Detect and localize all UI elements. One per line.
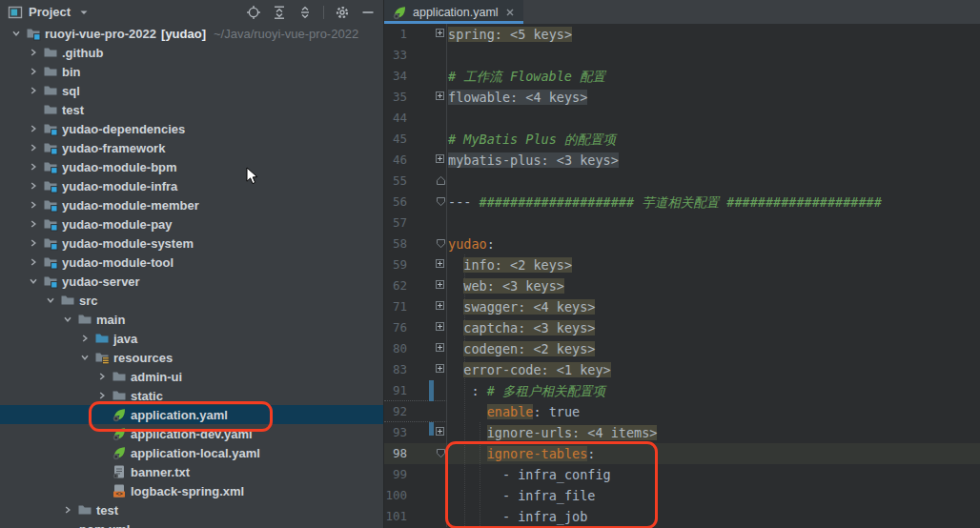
tree-item-yudao-server[interactable]: yudao-server bbox=[0, 272, 383, 291]
code-line-83[interactable]: 83 error-code: <1 key> bbox=[384, 359, 980, 380]
fold-marker-plus[interactable] bbox=[436, 364, 444, 373]
code-line-100[interactable]: 100 - infra_file bbox=[384, 485, 980, 506]
code-line-1[interactable]: 1spring: <5 keys> bbox=[384, 24, 980, 45]
code-line-56[interactable]: 56--- #################### 芋道相关配置 ######… bbox=[384, 192, 980, 213]
fold-marker-plus[interactable] bbox=[436, 301, 444, 310]
tree-item-yudao-module-infra[interactable]: yudao-module-infra bbox=[0, 176, 383, 195]
fold-marker-plus[interactable] bbox=[436, 259, 444, 268]
chevron-right-icon[interactable] bbox=[25, 159, 42, 174]
chevron-right-icon[interactable] bbox=[25, 254, 42, 270]
code-line-57[interactable]: 57 bbox=[384, 213, 980, 234]
tree-item-main[interactable]: main bbox=[0, 310, 383, 329]
tree-item-yudao-module-bpm[interactable]: yudao-module-bpm bbox=[0, 157, 383, 176]
code-line-92[interactable]: 92 enable: true bbox=[384, 401, 980, 422]
chevron-right-icon[interactable] bbox=[25, 235, 42, 251]
tree-item-bin[interactable]: bin bbox=[0, 62, 383, 81]
tree-item-sql[interactable]: sql bbox=[0, 81, 383, 100]
chevron-right-icon[interactable] bbox=[25, 121, 42, 136]
fold-marker-plus[interactable] bbox=[436, 154, 444, 163]
code-line-44[interactable]: 44 bbox=[384, 108, 980, 129]
tree-item-yudao-module-tool[interactable]: yudao-module-tool bbox=[0, 253, 383, 272]
fold-marker-plus[interactable] bbox=[436, 280, 444, 289]
fold-marker-plus[interactable] bbox=[436, 91, 444, 100]
chevron-down-icon[interactable] bbox=[8, 26, 25, 41]
tree-item-yudao-module-pay[interactable]: yudao-module-pay bbox=[0, 214, 383, 234]
module-folder-icon bbox=[42, 121, 58, 136]
tree-item-yudao-dependencies[interactable]: yudao-dependencies bbox=[0, 119, 383, 138]
chevron-right-icon[interactable] bbox=[93, 388, 111, 403]
tree-item-ruoyi-vue-pro-2022[interactable]: ruoyi-vue-pro-2022[yudao]~/Java/ruoyi-vu… bbox=[0, 24, 383, 43]
fold-marker-plus[interactable] bbox=[436, 29, 444, 37]
code-line-59[interactable]: 59 info: <2 keys> bbox=[384, 254, 980, 275]
collapse-all-icon[interactable] bbox=[272, 5, 287, 20]
chevron-right-icon[interactable] bbox=[25, 178, 42, 193]
tree-item-yudao-framework[interactable]: yudao-framework bbox=[0, 138, 383, 157]
fold-marker-start[interactable] bbox=[436, 238, 446, 249]
tree-item-src[interactable]: src bbox=[0, 291, 383, 310]
tree-item-yudao-module-system[interactable]: yudao-module-system bbox=[0, 234, 383, 253]
chevron-right-icon[interactable] bbox=[25, 45, 42, 60]
code-line-101[interactable]: 101 - infra_job bbox=[384, 506, 980, 527]
tree-item-banner.txt[interactable]: banner.txt bbox=[0, 462, 383, 481]
chevron-right-icon[interactable] bbox=[25, 64, 42, 79]
tree-item-yudao-module-member[interactable]: yudao-module-member bbox=[0, 195, 383, 214]
tree-item-application-local.yaml[interactable]: application-local.yaml bbox=[0, 443, 383, 462]
tree-item-application-dev.yaml[interactable]: application-dev.yaml bbox=[0, 424, 383, 443]
code-line-45[interactable]: 45# MyBatis Plus 的配置项 bbox=[384, 129, 980, 150]
code-area[interactable]: 1spring: <5 keys>3334# 工作流 Flowable 配置35… bbox=[384, 24, 980, 528]
chevron-right-icon[interactable] bbox=[25, 83, 42, 98]
separator bbox=[323, 6, 324, 19]
code-line-55[interactable]: 55 bbox=[384, 171, 980, 192]
settings-gear-icon[interactable] bbox=[335, 5, 350, 20]
code-line-35[interactable]: 35flowable: <4 keys> bbox=[384, 87, 980, 108]
chevron-right-icon[interactable] bbox=[25, 197, 42, 213]
code-line-80[interactable]: 80 codegen: <2 keys> bbox=[384, 338, 980, 359]
tree-item-admin-ui[interactable]: admin-ui bbox=[0, 367, 383, 386]
line-number: 58 bbox=[384, 234, 407, 254]
tab-application-yaml[interactable]: application.yaml bbox=[384, 0, 523, 24]
chevron-right-icon[interactable] bbox=[93, 369, 111, 384]
code-line-76[interactable]: 76 captcha: <3 keys> bbox=[384, 317, 980, 338]
fold-marker-end[interactable] bbox=[436, 175, 446, 186]
chevron-down-icon[interactable] bbox=[42, 293, 59, 308]
chevron-down-icon[interactable] bbox=[76, 350, 93, 365]
locate-file-icon[interactable] bbox=[246, 5, 261, 20]
fold-marker-start[interactable] bbox=[436, 448, 446, 458]
chevron-down-icon[interactable] bbox=[59, 312, 76, 327]
fold-marker-plus[interactable] bbox=[436, 427, 444, 436]
code-line-62[interactable]: 62 web: <3 keys> bbox=[384, 275, 980, 296]
fold-marker-start[interactable] bbox=[436, 196, 446, 207]
tree-item-resources[interactable]: resources bbox=[0, 348, 383, 367]
code-line-33[interactable]: 33 bbox=[384, 45, 980, 66]
code-segment bbox=[448, 446, 487, 461]
hide-panel-icon[interactable] bbox=[360, 5, 376, 20]
code-line-46[interactable]: 46mybatis-plus: <3 keys> bbox=[384, 150, 980, 171]
gutter-line-93: 93 bbox=[384, 422, 447, 443]
code-line-34[interactable]: 34# 工作流 Flowable 配置 bbox=[384, 66, 980, 87]
chevron-right-icon[interactable] bbox=[59, 502, 76, 518]
panel-dropdown-chevron-icon[interactable] bbox=[76, 5, 92, 20]
tree-item-test[interactable]: test bbox=[0, 500, 383, 519]
fold-marker-plus[interactable] bbox=[436, 322, 444, 331]
tree-item-logback-spring.xml[interactable]: <>logback-spring.xml bbox=[0, 481, 383, 500]
gutter-line-35: 35 bbox=[384, 87, 447, 108]
chevron-right-icon[interactable] bbox=[76, 331, 93, 346]
tree-item-java[interactable]: java bbox=[0, 329, 383, 348]
expand-collapse-icon[interactable] bbox=[297, 5, 313, 20]
tree-item-test[interactable]: test bbox=[0, 100, 383, 119]
tab-close-icon[interactable] bbox=[504, 7, 516, 18]
tree-item-pom.xml[interactable]: mpom.xml bbox=[0, 519, 383, 528]
code-line-93[interactable]: 93 ignore-urls: <4 items> bbox=[384, 422, 980, 443]
tree-item-static[interactable]: static bbox=[0, 386, 383, 405]
chevron-right-icon[interactable] bbox=[25, 140, 42, 155]
code-line-71[interactable]: 71 swagger: <4 keys> bbox=[384, 296, 980, 317]
code-line-99[interactable]: 99 - infra_config bbox=[384, 464, 980, 485]
code-line-98[interactable]: 98 ignore-tables: bbox=[384, 443, 980, 464]
chevron-down-icon[interactable] bbox=[25, 274, 42, 289]
tree-item-application.yaml[interactable]: application.yaml bbox=[0, 405, 383, 424]
code-line-91[interactable]: 91 : # 多租户相关配置项 bbox=[384, 380, 980, 401]
tree-item-.github[interactable]: .github bbox=[0, 43, 383, 62]
chevron-right-icon[interactable] bbox=[25, 216, 42, 232]
fold-marker-plus[interactable] bbox=[436, 343, 444, 352]
code-line-58[interactable]: 58yudao: bbox=[384, 234, 980, 254]
